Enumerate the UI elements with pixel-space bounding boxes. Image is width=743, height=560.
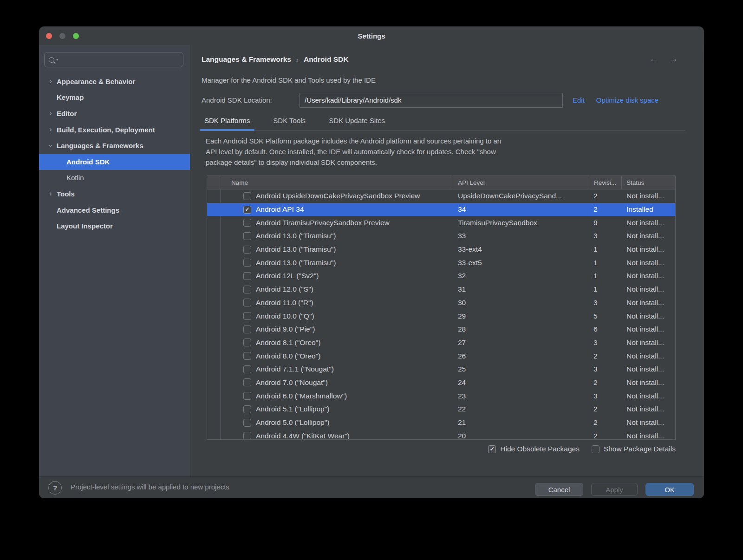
row-checkbox[interactable]: ✓ (243, 206, 251, 214)
table-row[interactable]: Android 7.1.1 ("Nougat") 25 3 Not instal… (207, 363, 675, 376)
column-header-empty[interactable] (207, 176, 220, 189)
row-checkbox[interactable] (243, 286, 251, 293)
row-checkbox[interactable] (243, 272, 251, 280)
apply-button[interactable]: Apply (591, 483, 638, 496)
row-checkbox[interactable] (243, 299, 251, 306)
row-status: Installed (622, 205, 675, 214)
row-status: Not install... (622, 432, 675, 440)
row-checkbox[interactable] (243, 392, 251, 400)
search-input[interactable] (61, 56, 179, 64)
row-checkbox[interactable] (243, 246, 251, 254)
breadcrumb-parent[interactable]: Languages & Frameworks (202, 55, 291, 64)
sdk-location-input[interactable] (300, 93, 563, 108)
row-api-level: 33-ext5 (453, 259, 589, 267)
hide-obsolete-checkbox[interactable]: ✓ (488, 445, 496, 453)
tab-sdk-tools[interactable]: SDK Tools (270, 112, 308, 130)
tab-sdk-platforms[interactable]: SDK Platforms (202, 112, 253, 130)
table-row[interactable]: Android 8.1 ("Oreo") 27 3 Not install... (207, 336, 675, 350)
sidebar-item-advanced-settings[interactable]: Advanced Settings (39, 202, 190, 218)
table-row[interactable]: Android 12L ("Sv2") 32 1 Not install... (207, 269, 675, 283)
row-checkbox[interactable] (243, 312, 251, 320)
row-revision: 2 (589, 192, 622, 200)
table-row[interactable]: Android 4.4W ("KitKat Wear") 20 2 Not in… (207, 429, 675, 440)
minimize-window-button[interactable] (59, 33, 65, 39)
column-header-revision[interactable]: Revisi... (589, 176, 622, 189)
sidebar-item-layout-inspector[interactable]: Layout Inspector (39, 218, 190, 234)
row-status: Not install... (622, 405, 675, 413)
row-checkbox[interactable] (243, 405, 251, 413)
titlebar[interactable]: Settings (39, 26, 704, 45)
row-name-cell: Android 13.0 ("Tiramisu") (220, 232, 453, 240)
sidebar-item-languages-frameworks[interactable]: › Languages & Frameworks (39, 137, 190, 154)
row-checkbox[interactable] (243, 259, 251, 267)
row-name-cell: Android 11.0 ("R") (220, 299, 453, 307)
table-row[interactable]: Android 5.0 ("Lollipop") 21 2 Not instal… (207, 416, 675, 430)
edit-link[interactable]: Edit (573, 96, 585, 104)
row-api-level: 33-ext4 (453, 245, 589, 254)
show-package-details-label: Show Package Details (604, 445, 676, 453)
show-package-details-checkbox[interactable] (592, 445, 600, 453)
row-checkbox[interactable] (243, 219, 251, 227)
row-checkbox[interactable] (243, 365, 251, 373)
sidebar-item-label: Kotlin (66, 174, 84, 182)
table-row[interactable]: Android 12.0 ("S") 31 1 Not install... (207, 283, 675, 296)
sidebar-item-keymap[interactable]: Keymap (39, 90, 190, 106)
help-icon[interactable]: ? (48, 481, 62, 495)
row-checkbox[interactable] (243, 326, 251, 333)
table-row[interactable]: Android 10.0 ("Q") 29 5 Not install... (207, 309, 675, 323)
hide-obsolete-option[interactable]: ✓ Hide Obsolete Packages (488, 445, 580, 453)
description-line: package details" to display individual S… (206, 157, 501, 168)
back-arrow-icon[interactable]: ← (649, 53, 658, 64)
sidebar-item-appearance-behavior[interactable]: › Appearance & Behavior (39, 73, 190, 90)
table-row[interactable]: Android 8.0 ("Oreo") 26 2 Not install... (207, 349, 675, 363)
row-api-level: 30 (453, 299, 589, 307)
sidebar-item-build-execution-deployment[interactable]: › Build, Execution, Deployment (39, 122, 190, 138)
table-row[interactable]: Android 11.0 ("R") 30 3 Not install... (207, 296, 675, 310)
sidebar-item-android-sdk[interactable]: Android SDK (39, 154, 190, 170)
row-api-level: 32 (453, 272, 589, 280)
ok-button[interactable]: OK (645, 483, 694, 496)
table-row[interactable]: Android TiramisuPrivacySandbox Preview T… (207, 216, 675, 229)
tab-sdk-update-sites[interactable]: SDK Update Sites (326, 112, 388, 130)
table-row[interactable]: Android 6.0 ("Marshmallow") 23 3 Not ins… (207, 389, 675, 403)
table-row[interactable]: Android 5.1 ("Lollipop") 22 2 Not instal… (207, 403, 675, 416)
zoom-window-button[interactable] (73, 33, 79, 39)
row-status: Not install... (622, 392, 675, 400)
description-line: Each Android SDK Platform package includ… (206, 136, 501, 146)
row-api-level: 21 (453, 418, 589, 427)
sidebar-item-kotlin[interactable]: Kotlin (39, 170, 190, 186)
row-revision: 6 (589, 325, 622, 333)
table-row[interactable]: Android 7.0 ("Nougat") 24 2 Not install.… (207, 376, 675, 390)
column-header-name[interactable]: Name (220, 176, 453, 189)
sidebar-search-box[interactable]: ▾ (44, 52, 183, 67)
sidebar-item-tools[interactable]: › Tools (39, 186, 190, 202)
table-row[interactable]: Android 13.0 ("Tiramisu") 33-ext5 1 Not … (207, 256, 675, 269)
column-header-api-level[interactable]: API Level (453, 176, 589, 189)
show-package-details-option[interactable]: Show Package Details (592, 445, 676, 453)
table-row[interactable]: Android 13.0 ("Tiramisu") 33 3 Not insta… (207, 229, 675, 243)
table-row[interactable]: ✓ Android API 34 34 2 Installed (207, 203, 675, 216)
optimize-disk-space-link[interactable]: Optimize disk space (596, 96, 658, 104)
table-row[interactable]: Android 9.0 ("Pie") 28 6 Not install... (207, 323, 675, 336)
row-checkbox[interactable] (243, 352, 251, 360)
row-name: Android 7.0 ("Nougat") (256, 378, 453, 387)
forward-arrow-icon[interactable]: → (669, 53, 678, 64)
row-checkbox[interactable] (243, 432, 251, 440)
sidebar-item-editor[interactable]: › Editor (39, 105, 190, 122)
history-navigation: ← → (649, 52, 678, 65)
row-revision: 5 (589, 312, 622, 320)
column-header-status[interactable]: Status (622, 176, 675, 189)
chevron-icon: › (46, 143, 55, 149)
cancel-button[interactable]: Cancel (535, 483, 583, 496)
row-checkbox[interactable] (243, 339, 251, 346)
row-name: Android 5.1 ("Lollipop") (256, 405, 453, 413)
table-row[interactable]: Android UpsideDownCakePrivacySandbox Pre… (207, 189, 675, 203)
row-checkbox[interactable] (243, 419, 251, 427)
close-window-button[interactable] (46, 33, 52, 39)
row-checkbox[interactable] (243, 378, 251, 386)
row-status: Not install... (622, 299, 675, 307)
row-checkbox[interactable] (243, 232, 251, 240)
row-checkbox[interactable] (243, 192, 251, 200)
table-row[interactable]: Android 13.0 ("Tiramisu") 33-ext4 1 Not … (207, 243, 675, 256)
row-api-level: 34 (453, 205, 589, 214)
